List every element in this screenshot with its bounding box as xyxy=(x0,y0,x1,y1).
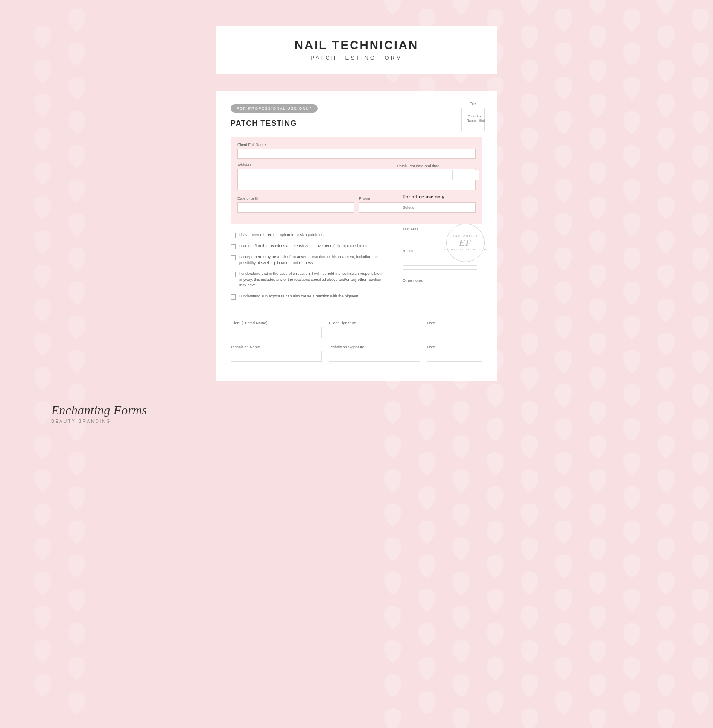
checkbox-text-1: I have been offered the option for a ski… xyxy=(239,232,325,238)
stamp-bottom-text: ENCHANTINGFORMS.COM xyxy=(444,248,486,251)
solution-field: Solution xyxy=(403,205,477,218)
client-printed-input[interactable] xyxy=(231,327,322,338)
checkbox-text-5: I understand sun exposure can also cause… xyxy=(239,294,359,300)
date-input[interactable] xyxy=(397,170,453,180)
client-date-label: Date xyxy=(427,321,482,325)
tech-sig-label: Technician Signature xyxy=(329,345,420,349)
pro-badge: FOR PROFESSIONAL USE ONLY xyxy=(231,104,318,113)
checkbox-4[interactable] xyxy=(231,272,236,277)
checkbox-item-1: I have been offered the option for a ski… xyxy=(231,232,389,238)
tech-name-group: Technician Name xyxy=(231,345,322,362)
client-date-group: Date xyxy=(427,321,482,338)
checkbox-item-5: I understand sun exposure can also cause… xyxy=(231,294,389,300)
signature-section: Client (Printed Name) Client Signature D… xyxy=(231,321,482,362)
tech-name-input[interactable] xyxy=(231,351,322,362)
checkbox-item-4: I understand that in the case of a react… xyxy=(231,271,389,288)
checkbox-text-3: I accept there may be a risk of an adver… xyxy=(239,254,389,266)
footer-brand-name: Enchanting Forms xyxy=(51,403,147,417)
client-sig-input[interactable] xyxy=(329,327,420,338)
checkbox-item-2: I can confirm that reactions and sensiti… xyxy=(231,243,389,249)
footer-brand: Enchanting Forms BEAUTY BRANDING xyxy=(9,403,147,424)
tech-date-label: Date xyxy=(427,345,482,349)
client-full-name-group: Client Full Name xyxy=(237,143,476,159)
solution-label: Solution xyxy=(403,205,477,210)
client-printed-group: Client (Printed Name) xyxy=(231,321,322,338)
sig-row-1: Client (Printed Name) Client Signature D… xyxy=(231,321,482,338)
client-full-name-input[interactable] xyxy=(237,149,476,159)
client-last-name-text: Client LastName Initial xyxy=(467,114,485,123)
notes-divider xyxy=(403,291,477,291)
checkbox-2[interactable] xyxy=(231,244,236,249)
tech-sig-input[interactable] xyxy=(329,351,420,362)
tech-date-input[interactable] xyxy=(427,351,482,362)
checkbox-5[interactable] xyxy=(231,294,236,300)
stamp-inner: ENCHANTING ef ENCHANTINGFORMS.COM xyxy=(444,235,486,251)
page-wrapper: NAIL TECHNICIAN PATCH TESTING FORM FOR P… xyxy=(0,0,713,458)
header-card: NAIL TECHNICIAN PATCH TESTING FORM xyxy=(216,26,497,74)
tech-name-label: Technician Name xyxy=(231,345,322,349)
header-subtitle: PATCH TESTING FORM xyxy=(233,55,480,61)
checkbox-text-2: I can confirm that reactions and sensiti… xyxy=(239,243,370,249)
form-card: FOR PROFESSIONAL USE ONLY File Client La… xyxy=(216,91,497,381)
tech-date-group: Date xyxy=(427,345,482,362)
time-input[interactable] xyxy=(456,170,479,180)
patch-test-date-label: Patch Test date and time xyxy=(397,164,482,168)
checkbox-item-3: I accept there may be a risk of an adver… xyxy=(231,254,389,266)
file-label: File xyxy=(461,102,485,106)
sig-row-2: Technician Name Technician Signature Dat… xyxy=(231,345,482,362)
tech-sig-group: Technician Signature xyxy=(329,345,420,362)
footer-tagline: BEAUTY BRANDING xyxy=(51,419,147,424)
client-sig-group: Client Signature xyxy=(329,321,420,338)
dob-input[interactable] xyxy=(237,202,354,213)
date-inputs xyxy=(397,170,482,180)
checkbox-text-4: I understand that in the case of a react… xyxy=(239,271,389,288)
left-section: I have been offered the option for a ski… xyxy=(231,232,389,308)
dob-group: Date of birth xyxy=(237,196,354,213)
section-title: PATCH TESTING xyxy=(231,119,482,128)
result-divider-2 xyxy=(403,265,477,266)
other-notes-field: Other notes xyxy=(403,278,477,299)
header-title: NAIL TECHNICIAN xyxy=(233,38,480,52)
other-notes-label: Other notes xyxy=(403,278,477,282)
client-date-input[interactable] xyxy=(427,327,482,338)
client-full-name-label: Client Full Name xyxy=(237,143,476,147)
client-sig-label: Client Signature xyxy=(329,321,420,325)
client-printed-label: Client (Printed Name) xyxy=(231,321,322,325)
notes-divider-2 xyxy=(403,295,477,295)
solution-divider xyxy=(403,218,477,218)
notes-divider-3 xyxy=(403,299,477,299)
stamp-monogram: ef xyxy=(444,238,486,248)
stamp: ENCHANTING ef ENCHANTINGFORMS.COM xyxy=(446,224,485,262)
office-title: For office use only xyxy=(403,194,477,199)
date-row: Patch Test date and time xyxy=(397,164,482,180)
checkbox-1[interactable] xyxy=(231,233,236,238)
checkbox-3[interactable] xyxy=(231,255,236,260)
checkbox-section: I have been offered the option for a ski… xyxy=(231,232,389,300)
client-initial-label: Client LastName Initial xyxy=(467,114,485,124)
dob-label: Date of birth xyxy=(237,196,354,201)
result-divider-3 xyxy=(403,269,477,270)
